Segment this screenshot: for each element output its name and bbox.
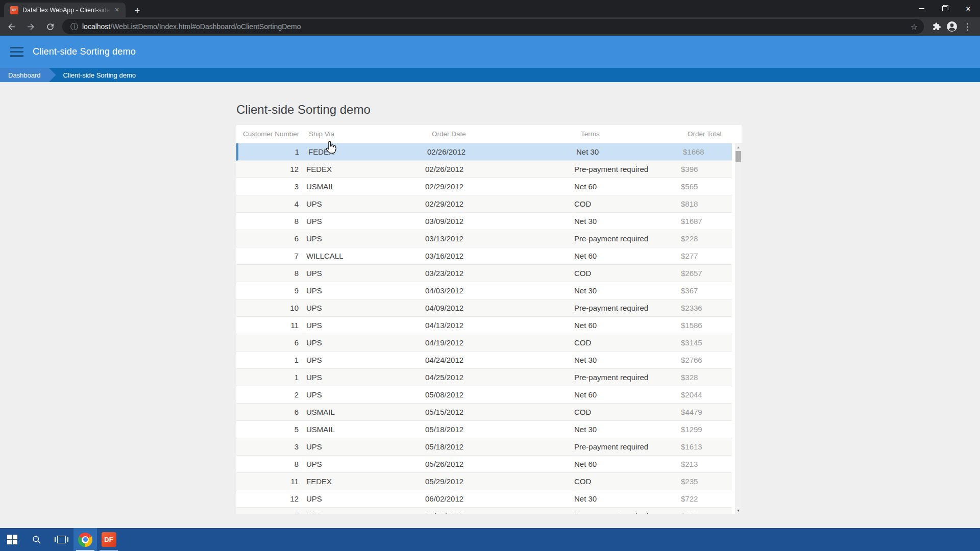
table-row[interactable]: 1 FEDEX 02/26/2012 Net 30 $1668 bbox=[236, 143, 732, 161]
browser-titlebar: DF DataFlex WebApp - Client-side So ✕ + … bbox=[0, 0, 980, 17]
table-row[interactable]: 10 UPS 04/09/2012 Pre-payment required $… bbox=[236, 299, 732, 317]
table-row[interactable]: 7 WILLCALL 03/16/2012 Net 60 $277 bbox=[236, 247, 732, 265]
cell-ship-via: USMAIL bbox=[302, 408, 425, 416]
cell-customer-number: 10 bbox=[236, 304, 302, 312]
table-scrollbar[interactable]: ▲ ▼ bbox=[735, 143, 742, 514]
table-row[interactable]: 11 FEDEX 05/29/2012 COD $235 bbox=[236, 473, 732, 490]
cell-order-date: 05/15/2012 bbox=[425, 408, 574, 416]
new-tab-button[interactable]: + bbox=[131, 4, 144, 17]
cell-order-date: 06/02/2012 bbox=[425, 494, 574, 503]
task-view-icon bbox=[57, 536, 66, 543]
taskbar-dataflex-button[interactable]: DF bbox=[97, 528, 120, 551]
cell-terms: Pre-payment required bbox=[574, 373, 681, 382]
cell-order-total: $2044 bbox=[681, 390, 732, 399]
url-host: localhost bbox=[82, 22, 110, 31]
scrollbar-thumb[interactable] bbox=[736, 151, 741, 162]
table-body: 1 FEDEX 02/26/2012 Net 30 $1668 12 FEDEX… bbox=[236, 143, 732, 514]
url-bar[interactable]: ⓘ localhost/WebListDemo/Index.html#oDash… bbox=[62, 19, 924, 34]
url-text[interactable]: localhost/WebListDemo/Index.html#oDashbo… bbox=[82, 22, 906, 31]
cell-ship-via: WILLCALL bbox=[302, 252, 425, 260]
cell-terms: Net 30 bbox=[574, 217, 681, 226]
extensions-button[interactable] bbox=[929, 19, 944, 34]
cell-ship-via: UPS bbox=[302, 373, 425, 382]
cell-terms: Net 60 bbox=[574, 390, 681, 399]
cell-customer-number: 8 bbox=[236, 269, 302, 278]
table-row[interactable]: 9 UPS 04/03/2012 Net 30 $367 bbox=[236, 282, 732, 299]
table-row[interactable]: 6 UPS 03/13/2012 Pre-payment required $2… bbox=[236, 230, 732, 247]
close-button[interactable]: ✕ bbox=[957, 0, 980, 17]
table-row[interactable]: 8 UPS 05/26/2012 Net 60 $213 bbox=[236, 456, 732, 473]
cell-terms: COD bbox=[574, 408, 681, 416]
restore-button[interactable] bbox=[933, 0, 957, 17]
table-row[interactable]: 5 USMAIL 05/18/2012 Net 30 $1299 bbox=[236, 421, 732, 438]
bookmark-star-icon[interactable]: ☆ bbox=[911, 22, 918, 32]
cell-terms: COD bbox=[574, 338, 681, 347]
column-header-order-total[interactable]: Order Total bbox=[681, 130, 732, 138]
breadcrumb-item-current: Client-side Sorting demo bbox=[63, 68, 136, 82]
cell-ship-via: UPS bbox=[302, 338, 425, 347]
refresh-button[interactable] bbox=[42, 18, 58, 35]
table-row[interactable]: 7 UPS 06/08/2012 Pre-payment required $8… bbox=[236, 508, 732, 514]
table-row[interactable]: 1 UPS 04/25/2012 Pre-payment required $3… bbox=[236, 369, 732, 386]
profile-button[interactable] bbox=[944, 19, 960, 34]
cell-order-total: $2766 bbox=[681, 356, 732, 364]
scroll-down-icon[interactable]: ▼ bbox=[735, 509, 742, 513]
table-row[interactable]: 4 UPS 02/29/2012 COD $818 bbox=[236, 195, 732, 213]
site-info-icon[interactable]: ⓘ bbox=[70, 22, 78, 32]
minimize-button[interactable] bbox=[910, 0, 933, 17]
cell-order-date: 04/19/2012 bbox=[425, 338, 574, 347]
start-button[interactable] bbox=[0, 528, 24, 551]
search-button[interactable] bbox=[24, 528, 49, 551]
task-view-button[interactable] bbox=[49, 528, 74, 551]
tab-title: DataFlex WebApp - Client-side So bbox=[22, 7, 112, 14]
table-row[interactable]: 3 USMAIL 02/29/2012 Net 60 $565 bbox=[236, 178, 732, 195]
taskbar-chrome-button[interactable] bbox=[74, 528, 97, 551]
breadcrumb-item-dashboard[interactable]: Dashboard bbox=[0, 68, 56, 82]
table-row[interactable]: 3 UPS 05/18/2012 Pre-payment required $1… bbox=[236, 438, 732, 456]
column-header-terms[interactable]: Terms bbox=[574, 130, 681, 138]
cell-customer-number: 1 bbox=[236, 373, 302, 382]
table-row[interactable]: 2 UPS 05/08/2012 Net 60 $2044 bbox=[236, 386, 732, 404]
cell-customer-number: 1 bbox=[236, 356, 302, 364]
cell-ship-via: UPS bbox=[302, 460, 425, 468]
hamburger-menu-button[interactable] bbox=[10, 47, 23, 57]
puzzle-icon bbox=[932, 22, 941, 31]
table-row[interactable]: 8 UPS 03/23/2012 COD $2657 bbox=[236, 265, 732, 282]
cell-order-date: 05/18/2012 bbox=[425, 442, 574, 451]
column-header-ship-via[interactable]: Ship Via bbox=[302, 130, 425, 138]
scroll-up-icon[interactable]: ▲ bbox=[735, 145, 742, 149]
search-icon bbox=[32, 535, 42, 545]
browser-menu-button[interactable]: ⋮ bbox=[960, 19, 975, 34]
cell-ship-via: UPS bbox=[302, 199, 425, 208]
orders-table: Customer Number Ship Via Order Date Term… bbox=[236, 125, 742, 514]
cell-customer-number: 8 bbox=[236, 217, 302, 226]
table-row[interactable]: 8 UPS 03/09/2012 Net 30 $1687 bbox=[236, 213, 732, 230]
cell-customer-number: 8 bbox=[236, 460, 302, 468]
table-row[interactable]: 12 UPS 06/02/2012 Net 30 $722 bbox=[236, 490, 732, 508]
table-row[interactable]: 1 UPS 04/24/2012 Net 30 $2766 bbox=[236, 352, 732, 369]
cell-customer-number: 1 bbox=[238, 147, 304, 156]
cell-terms: COD bbox=[574, 477, 681, 486]
cell-terms: Pre-payment required bbox=[574, 512, 681, 514]
cell-order-date: 03/23/2012 bbox=[425, 269, 574, 278]
cell-order-date: 05/29/2012 bbox=[425, 477, 574, 486]
cell-customer-number: 4 bbox=[236, 199, 302, 208]
back-button[interactable] bbox=[3, 18, 19, 35]
table-row[interactable]: 6 USMAIL 05/15/2012 COD $4479 bbox=[236, 404, 732, 421]
cell-order-date: 04/13/2012 bbox=[425, 321, 574, 330]
cell-terms: COD bbox=[574, 199, 681, 208]
cell-order-total: $2336 bbox=[681, 304, 732, 312]
table-row[interactable]: 11 UPS 04/13/2012 Net 60 $1586 bbox=[236, 317, 732, 334]
cell-customer-number: 5 bbox=[236, 425, 302, 434]
cell-customer-number: 11 bbox=[236, 477, 302, 486]
table-row[interactable]: 6 UPS 04/19/2012 COD $3145 bbox=[236, 334, 732, 352]
browser-tab[interactable]: DF DataFlex WebApp - Client-side So ✕ bbox=[4, 3, 126, 17]
table-row[interactable]: 12 FEDEX 02/26/2012 Pre-payment required… bbox=[236, 161, 732, 178]
page-content: Client-side Sorting demo Customer Number… bbox=[0, 82, 980, 528]
column-header-order-date[interactable]: Order Date bbox=[425, 130, 574, 138]
tab-close-icon[interactable]: ✕ bbox=[112, 6, 121, 15]
forward-button[interactable] bbox=[22, 18, 39, 35]
table-header-row: Customer Number Ship Via Order Date Term… bbox=[236, 125, 742, 143]
column-header-customer-number[interactable]: Customer Number bbox=[236, 130, 302, 138]
cell-ship-via: UPS bbox=[302, 217, 425, 226]
